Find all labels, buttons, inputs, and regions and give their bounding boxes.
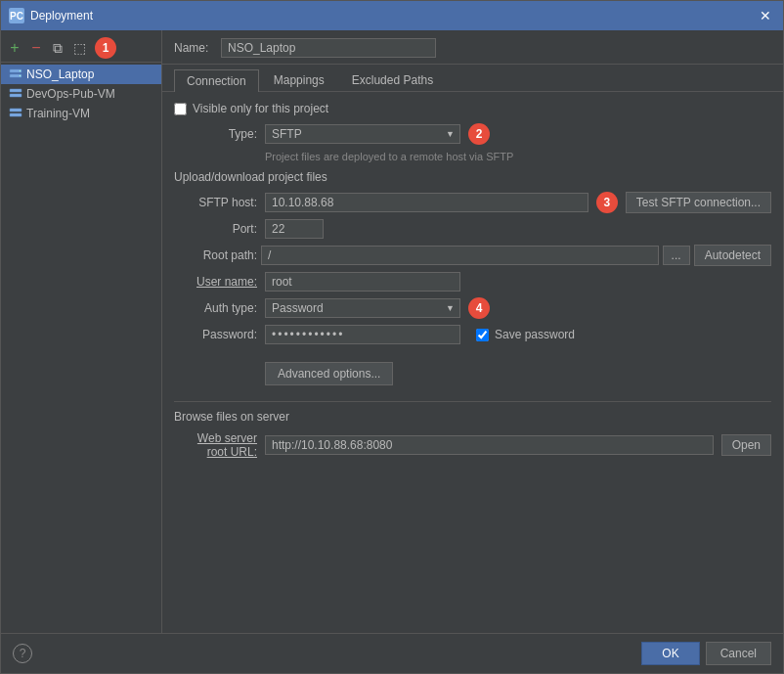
upload-section-header: Upload/download project files [174, 170, 771, 184]
auth-type-label: Auth type: [174, 301, 257, 315]
ok-button[interactable]: OK [641, 642, 699, 665]
sidebar-item-nso-laptop[interactable]: NSO_Laptop [1, 65, 161, 84]
username-row: User name: [174, 272, 771, 292]
root-path-label: Root path: [174, 248, 257, 262]
web-url-label: Web server root URL: [174, 431, 257, 459]
browse-button[interactable]: ... [663, 246, 690, 265]
auth-type-row: Auth type: Password Key pair OpenSSH con… [174, 297, 771, 319]
sftp-hint: Project files are deployed to a remote h… [265, 151, 771, 162]
dialog-title: Deployment [30, 9, 93, 22]
root-path-row: Root path: ... Autodetect [174, 245, 771, 266]
password-row: Password: Save password [174, 325, 771, 344]
port-label: Port: [174, 222, 257, 236]
sidebar-item-label-2: DevOps-Pub-VM [26, 87, 115, 101]
visible-project-checkbox[interactable] [174, 103, 187, 115]
name-label: Name: [174, 41, 213, 55]
sftp-host-label: SFTP host: [174, 196, 257, 209]
sidebar-item-devops[interactable]: DevOps-Pub-VM [1, 84, 161, 104]
sftp-host-row: SFTP host: 3 Test SFTP connection... [174, 192, 771, 213]
title-bar-left: PC Deployment [9, 8, 93, 23]
advanced-options-button[interactable]: Advanced options... [265, 362, 393, 385]
sidebar-item-training[interactable]: Training-VM [1, 104, 161, 123]
server-icon [9, 67, 22, 81]
sidebar-item-label-3: Training-VM [26, 107, 90, 120]
svg-rect-4 [10, 89, 22, 92]
badge-4: 4 [468, 297, 490, 319]
badge-1: 1 [95, 37, 116, 59]
advanced-options-section: Advanced options... [174, 350, 771, 385]
type-row: Type: SFTP FTP FTPS Local or mounted fol… [174, 123, 771, 145]
remove-server-button[interactable]: − [26, 38, 46, 58]
auth-type-select[interactable]: Password Key pair OpenSSH config and aut… [265, 298, 460, 318]
svg-rect-5 [10, 94, 22, 97]
server-icon-3 [9, 107, 22, 120]
username-label: User name: [174, 275, 257, 289]
port-row: Port: [174, 219, 771, 239]
right-panel: Name: Connection Mappings Excluded Paths… [162, 30, 783, 633]
open-button[interactable]: Open [721, 434, 771, 456]
password-input[interactable] [265, 325, 460, 344]
save-password-checkbox[interactable] [476, 329, 489, 341]
tabs-bar: Connection Mappings Excluded Paths [162, 65, 783, 92]
visible-project-row: Visible only for this project [174, 102, 771, 115]
port-input[interactable] [265, 219, 324, 239]
cancel-button[interactable]: Cancel [706, 642, 771, 665]
app-icon: PC [9, 8, 24, 23]
auth-type-select-wrapper: Password Key pair OpenSSH config and aut… [265, 298, 460, 318]
name-row: Name: [162, 30, 783, 65]
sftp-host-input[interactable] [265, 193, 588, 212]
tab-mappings[interactable]: Mappings [261, 68, 337, 91]
autodetect-button[interactable]: Autodetect [694, 245, 771, 266]
deployment-dialog: PC Deployment ✕ + − ⧉ ⬚ 1 [0, 0, 784, 674]
tab-excluded-paths[interactable]: Excluded Paths [339, 68, 446, 91]
svg-rect-7 [10, 113, 22, 116]
save-password-label: Save password [495, 328, 575, 341]
username-input[interactable] [265, 272, 460, 292]
badge-3: 3 [596, 192, 618, 213]
main-content: + − ⧉ ⬚ 1 NSO_Laptop [1, 30, 783, 633]
visible-project-label: Visible only for this project [193, 102, 328, 115]
save-password-row: Save password [476, 328, 575, 341]
help-button[interactable]: ? [13, 644, 32, 663]
type-select[interactable]: SFTP FTP FTPS Local or mounted folder [265, 124, 460, 144]
badge-2: 2 [468, 123, 490, 145]
bottom-buttons: OK Cancel [641, 642, 771, 665]
close-button[interactable]: ✕ [756, 6, 775, 25]
svg-rect-6 [10, 109, 22, 112]
bottom-bar: ? OK Cancel [1, 633, 783, 673]
web-url-row: Web server root URL: Open [174, 431, 771, 459]
sidebar-toolbar: + − ⧉ ⬚ 1 [1, 34, 161, 63]
server-icon-2 [9, 87, 22, 101]
browse-section-header: Browse files on server [174, 410, 771, 424]
root-path-input[interactable] [261, 246, 659, 265]
copy-server-button[interactable]: ⧉ [48, 38, 67, 58]
type-select-wrapper: SFTP FTP FTPS Local or mounted folder [265, 124, 460, 144]
add-server-button[interactable]: + [5, 38, 24, 58]
connection-tab-content: Visible only for this project Type: SFTP… [162, 92, 783, 633]
type-label: Type: [174, 127, 257, 141]
tab-connection[interactable]: Connection [174, 69, 259, 92]
web-url-input[interactable] [265, 435, 714, 455]
sidebar-item-label: NSO_Laptop [26, 67, 94, 81]
password-label: Password: [174, 328, 257, 341]
divider [174, 401, 771, 402]
svg-point-2 [20, 70, 21, 71]
test-sftp-button[interactable]: Test SFTP connection... [626, 192, 771, 213]
svg-point-3 [20, 75, 21, 76]
title-bar: PC Deployment ✕ [1, 1, 783, 30]
browse-server-section: Browse files on server Web server root U… [174, 401, 771, 459]
sidebar: + − ⧉ ⬚ 1 NSO_Laptop [1, 30, 162, 633]
move-server-button[interactable]: ⬚ [69, 38, 89, 58]
name-input[interactable] [221, 38, 436, 58]
